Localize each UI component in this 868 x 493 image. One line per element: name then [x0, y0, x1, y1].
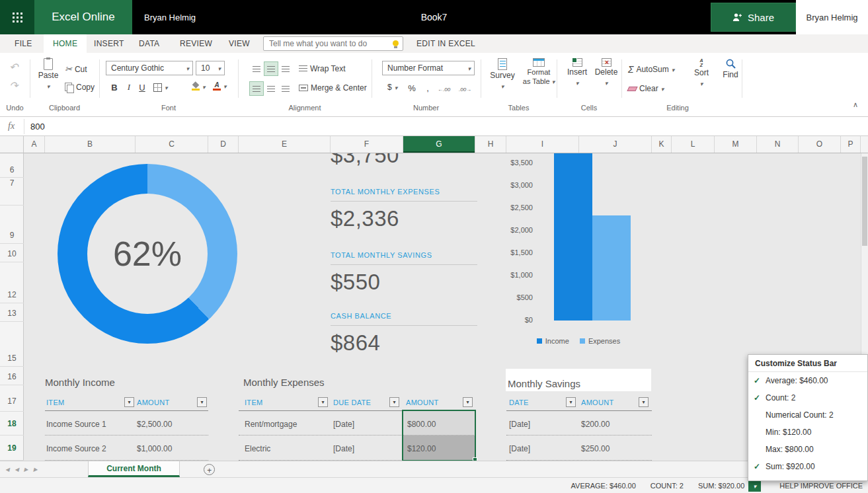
column-header-N[interactable]: N: [757, 136, 799, 153]
increase-decimal-button[interactable]: [438, 84, 450, 93]
help-improve-office-link[interactable]: HELP IMPROVE OFFICE: [779, 482, 863, 490]
filter-button[interactable]: [318, 397, 328, 407]
clear-button[interactable]: Clear: [628, 84, 664, 93]
wrap-text-button[interactable]: Wrap Text: [299, 64, 346, 73]
row-header-15[interactable]: 15: [0, 354, 24, 363]
column-header-J[interactable]: J: [579, 136, 652, 153]
table-cell[interactable]: Rent/mortgage: [245, 420, 297, 429]
font-size-select[interactable]: 10: [196, 61, 225, 75]
align-center-button[interactable]: [264, 82, 278, 95]
column-header-F[interactable]: F: [331, 136, 403, 153]
align-middle-button[interactable]: [264, 62, 278, 75]
tellme-input[interactable]: [264, 37, 403, 50]
account-name[interactable]: Bryan Helmig: [796, 0, 868, 34]
filter-button[interactable]: [639, 397, 649, 407]
row-header-12[interactable]: 12: [0, 290, 24, 299]
table-cell[interactable]: Income Source 2: [46, 444, 106, 453]
format-as-table-button[interactable]: Format as Table: [521, 58, 557, 86]
popup-item-numerical-count[interactable]: Numerical Count: 2: [748, 406, 867, 424]
filter-button[interactable]: [566, 397, 576, 407]
table-cell[interactable]: [Date]: [509, 420, 530, 429]
row-header-16[interactable]: 16: [0, 372, 24, 381]
popup-item-max[interactable]: Max: $800.00: [748, 441, 867, 458]
fill-handle[interactable]: [473, 457, 477, 461]
tab-home[interactable]: HOME: [44, 34, 87, 53]
column-header-O[interactable]: O: [799, 136, 841, 153]
popup-item-sum[interactable]: Sum: $920.00: [748, 458, 867, 475]
autosum-button[interactable]: AutoSum: [628, 64, 674, 75]
align-top-button[interactable]: [250, 62, 263, 75]
spreadsheet-cells[interactable]: 62% $3,750 TOTAL MONTHLY EXPENSES $2,336…: [24, 153, 861, 461]
column-header-C[interactable]: C: [136, 136, 208, 153]
formula-input[interactable]: 800: [30, 122, 45, 132]
scrollbar-thumb[interactable]: [862, 157, 867, 246]
row-header-13[interactable]: 13: [0, 309, 24, 318]
table-cell[interactable]: $250.00: [581, 444, 610, 453]
add-sheet-button[interactable]: [204, 464, 215, 475]
tab-file[interactable]: FILE: [5, 34, 42, 53]
insert-cells-button[interactable]: Insert: [563, 58, 591, 87]
percent-format-button[interactable]: %: [406, 81, 418, 95]
column-header-M[interactable]: M: [715, 136, 757, 153]
app-title[interactable]: Excel Online: [34, 0, 132, 34]
share-button[interactable]: Share: [711, 3, 796, 32]
number-format-select[interactable]: Number Format: [382, 61, 475, 75]
donut-chart[interactable]: 62%: [58, 164, 237, 344]
next-sheet-arrow-icon[interactable]: [24, 467, 28, 473]
row-header-18[interactable]: 18: [0, 419, 24, 428]
bar-expenses[interactable]: [592, 215, 631, 321]
survey-button[interactable]: Survey: [488, 58, 517, 91]
align-right-button[interactable]: [279, 82, 292, 95]
column-header-K[interactable]: K: [652, 136, 672, 153]
edit-in-excel-button[interactable]: EDIT IN EXCEL: [407, 34, 485, 53]
paste-button[interactable]: Paste: [34, 58, 62, 91]
tab-insert[interactable]: INSERT: [85, 34, 134, 53]
row-header-9[interactable]: 9: [0, 231, 24, 240]
collapse-ribbon-button[interactable]: [853, 100, 858, 109]
italic-button[interactable]: I: [123, 81, 135, 94]
currency-format-button[interactable]: $: [387, 83, 397, 92]
decrease-decimal-button[interactable]: [459, 84, 471, 93]
table-cell[interactable]: Income Source 1: [46, 420, 106, 429]
find-button[interactable]: Find: [718, 58, 743, 79]
fill-color-button[interactable]: [192, 82, 206, 91]
copy-button[interactable]: Copy: [65, 83, 95, 92]
row-header-7[interactable]: 7: [0, 178, 24, 188]
row-header-10[interactable]: 10: [0, 249, 24, 258]
tab-review[interactable]: REVIEW: [171, 34, 221, 53]
table-cell[interactable]: Electric: [245, 444, 270, 453]
align-left-button[interactable]: [250, 82, 263, 95]
undo-button[interactable]: [9, 61, 18, 73]
align-bottom-button[interactable]: [279, 62, 292, 75]
column-header-P[interactable]: P: [841, 136, 861, 153]
column-header-I[interactable]: I: [506, 136, 579, 153]
table-cell[interactable]: [Date]: [333, 420, 354, 429]
underline-button[interactable]: U: [136, 81, 148, 94]
comma-format-button[interactable]: ,: [422, 81, 434, 95]
last-sheet-arrow-icon[interactable]: [33, 467, 37, 473]
font-family-select[interactable]: Century Gothic: [106, 61, 193, 75]
table-cell[interactable]: $1,000.00: [137, 444, 172, 453]
merge-center-button[interactable]: Merge & Center: [299, 83, 367, 93]
cut-button[interactable]: Cut: [65, 64, 87, 74]
filter-button[interactable]: [197, 397, 207, 407]
document-title[interactable]: Book7: [421, 0, 448, 34]
row-header-6[interactable]: 6: [0, 165, 24, 174]
popup-item-count[interactable]: Count: 2: [748, 389, 867, 406]
previous-sheet-arrow-icon[interactable]: [15, 467, 19, 473]
column-header-A[interactable]: A: [24, 136, 45, 153]
row-header-19[interactable]: 19: [0, 443, 24, 453]
popup-item-average[interactable]: Average: $460.00: [748, 372, 867, 389]
app-launcher-button[interactable]: [0, 0, 34, 34]
tab-view[interactable]: VIEW: [219, 34, 259, 53]
column-header-G[interactable]: G: [403, 136, 475, 153]
first-sheet-arrow-icon[interactable]: [5, 467, 9, 473]
column-header-B[interactable]: B: [45, 136, 136, 153]
popup-item-min[interactable]: Min: $120.00: [748, 424, 867, 441]
filter-button[interactable]: [463, 397, 473, 407]
bar-income[interactable]: [554, 153, 592, 321]
column-header-D[interactable]: D: [208, 136, 239, 153]
tab-data[interactable]: DATA: [130, 34, 169, 53]
select-all-button[interactable]: [0, 136, 24, 153]
column-header-L[interactable]: L: [672, 136, 715, 153]
